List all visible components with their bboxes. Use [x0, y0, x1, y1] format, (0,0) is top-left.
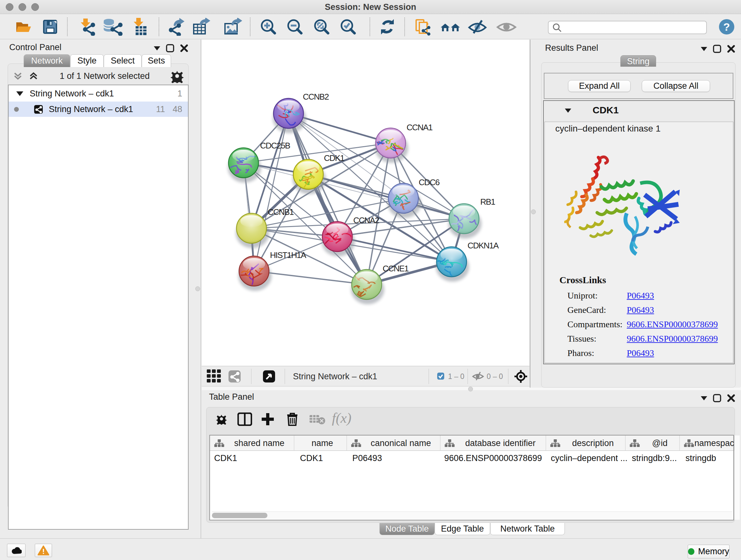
svg-text:CDC6: CDC6 [419, 178, 440, 187]
svg-text:CCNA1: CCNA1 [407, 123, 433, 132]
svg-text:CDKN1A: CDKN1A [468, 241, 499, 250]
svg-text:RB1: RB1 [480, 197, 495, 206]
svg-text:CCNE1: CCNE1 [383, 264, 409, 273]
svg-text:CCNB1: CCNB1 [268, 207, 294, 217]
svg-text:HIST1H1A: HIST1H1A [270, 250, 307, 260]
svg-text:CCNA2: CCNA2 [353, 215, 380, 225]
svg-text:CCNB2: CCNB2 [303, 92, 329, 102]
svg-text:CDC25B: CDC25B [260, 141, 290, 150]
svg-text:CDK1: CDK1 [324, 153, 344, 163]
